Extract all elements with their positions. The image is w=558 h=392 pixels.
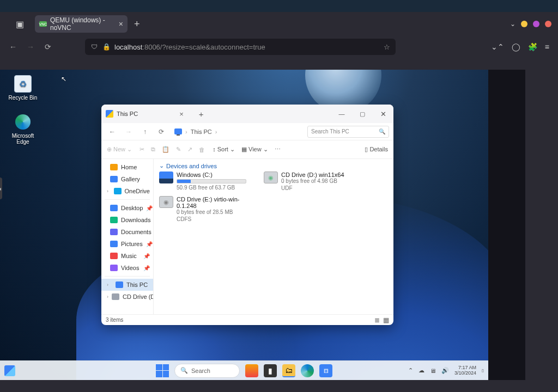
explorer-tab-close-icon[interactable]: × <box>179 110 184 118</box>
menu-icon[interactable]: ≡ <box>545 42 549 51</box>
paste-icon[interactable]: 📋 <box>162 146 169 153</box>
thispc-icon <box>174 128 182 134</box>
sidebar-item-onedrive[interactable]: ›OneDrive <box>101 185 153 197</box>
tray-notifications-icon[interactable]: ▯ <box>482 369 484 373</box>
sidebar-toggle-icon[interactable]: ▣ <box>14 19 25 29</box>
file-explorer-window[interactable]: This PC × + — ▢ ✕ ← → ↑ ⟳ <box>101 105 393 325</box>
breadcrumb-segment[interactable]: This PC <box>191 128 212 135</box>
breadcrumb[interactable]: › This PC › <box>174 128 304 135</box>
explorer-sidebar: Home Gallery ›OneDrive Desktop📌 Download… <box>101 159 154 314</box>
thispc-icon <box>106 110 113 118</box>
view-list-icon[interactable]: ≣ <box>374 316 380 324</box>
browser-window: ▣ VNC QEMU (windows) - noVNC × + ⌄ ← → ⟳… <box>0 12 558 392</box>
search-placeholder: Search <box>191 367 210 374</box>
new-button[interactable]: ⊕ New ⌄ <box>107 146 132 153</box>
explorer-new-tab-button[interactable]: + <box>199 109 204 119</box>
more-button[interactable]: ⋯ <box>275 146 281 153</box>
tray-display-icon[interactable]: 🖥 <box>430 367 436 374</box>
widgets-button[interactable] <box>4 365 15 376</box>
taskbar-taskview[interactable] <box>245 364 258 377</box>
nav-forward-button[interactable]: → <box>23 39 38 54</box>
sort-button[interactable]: ↕ Sort ⌄ <box>213 146 235 153</box>
cut-icon[interactable]: ✂ <box>140 146 144 153</box>
window-minimize-button[interactable]: — <box>331 105 352 123</box>
drive-item[interactable]: CD Drive (D:) win11x64 0 bytes free of 4… <box>264 171 360 192</box>
tray-onedrive-icon[interactable]: ☁ <box>418 367 424 374</box>
tray-network-icon[interactable]: 🔊 <box>441 367 449 374</box>
view-button[interactable]: ▦ View ⌄ <box>241 146 268 153</box>
window-close-button[interactable]: ✕ <box>373 105 393 123</box>
sidebar-item-videos[interactable]: Videos📌 <box>101 262 153 274</box>
explorer-refresh-button[interactable]: ⟳ <box>155 125 168 138</box>
taskbar[interactable]: 🔍 Search ▮ 🗂 ⧈ ⌃ ☁ 🖥 🔊 7:17 AM <box>0 360 488 380</box>
tray-clock[interactable]: 7:17 AM 3/10/2024 <box>454 365 476 376</box>
explorer-up-button[interactable]: ↑ <box>138 125 151 138</box>
desktop-recycle-bin[interactable]: Recycle Bin <box>5 75 40 101</box>
sidebar-item-gallery[interactable]: Gallery <box>101 173 153 185</box>
explorer-titlebar[interactable]: This PC × + — ▢ ✕ <box>101 105 393 123</box>
pocket-icon[interactable]: ⌄⌃ <box>491 42 504 51</box>
share-icon[interactable]: ↗ <box>187 146 192 153</box>
window-minimize-dot[interactable] <box>521 21 527 27</box>
browser-tab[interactable]: VNC QEMU (windows) - noVNC × <box>35 15 128 33</box>
drive-meta: 0 bytes free of 28.5 MB <box>177 209 255 216</box>
explorer-statusbar: 3 items ≣ ▦ <box>101 314 393 325</box>
tray-chevron-icon[interactable]: ⌃ <box>408 367 413 374</box>
taskbar-explorer-active[interactable]: 🗂 <box>282 364 295 377</box>
tabs-overflow-icon[interactable]: ⌄ <box>510 20 515 28</box>
account-icon[interactable]: ◯ <box>512 42 520 51</box>
taskbar-edge[interactable] <box>301 364 314 377</box>
section-header[interactable]: ⌄ Devices and drives <box>159 162 388 169</box>
desktop-icon-label: Recycle Bin <box>5 95 40 101</box>
explorer-back-button[interactable]: ← <box>106 125 119 138</box>
tabbar-right: ⌄ <box>510 20 551 28</box>
shield-icon[interactable]: 🛡 <box>90 43 98 51</box>
window-maximize-button[interactable]: ▢ <box>352 105 373 123</box>
sidebar-item-documents[interactable]: Documents📌 <box>101 226 153 238</box>
tab-title: QEMU (windows) - noVNC <box>50 16 119 32</box>
system-tray[interactable]: ⌃ ☁ 🖥 🔊 7:17 AM 3/10/2024 ▯ <box>408 365 484 376</box>
copy-icon[interactable]: ⧉ <box>151 146 155 153</box>
sidebar-item-desktop[interactable]: Desktop📌 <box>101 202 153 214</box>
sidebar-item-thispc[interactable]: ›This PC <box>101 279 153 291</box>
rename-icon[interactable]: ✎ <box>176 146 181 153</box>
drive-meta: 0 bytes free of 4.98 GB <box>281 178 360 185</box>
sidebar-item-cddrive[interactable]: ›CD Drive (D:) wi <box>101 291 153 303</box>
search-icon: 🔍 <box>379 128 385 134</box>
window-maximize-dot[interactable] <box>533 21 539 27</box>
taskbar-search[interactable]: 🔍 Search <box>174 364 240 378</box>
details-pane-button[interactable]: ▯ Details <box>365 146 388 153</box>
desktop-edge[interactable]: Microsoft Edge <box>5 113 40 145</box>
nav-back-button[interactable]: ← <box>5 39 21 54</box>
delete-icon[interactable]: 🗑 <box>199 146 205 153</box>
window-close-dot[interactable] <box>545 21 551 27</box>
sidebar-item-pictures[interactable]: Pictures📌 <box>101 238 153 250</box>
view-grid-icon[interactable]: ▦ <box>383 316 389 324</box>
nav-reload-button[interactable]: ⟳ <box>40 39 56 54</box>
taskbar-explorer[interactable]: ▮ <box>264 364 277 377</box>
drive-name: CD Drive (D:) win11x64 <box>281 171 360 178</box>
explorer-forward-button[interactable]: → <box>122 125 135 138</box>
drive-item[interactable]: CD Drive (E:) virtio-win-0.1.248 0 bytes… <box>159 196 255 223</box>
explorer-toolbar: ⊕ New ⌄ ✂ ⧉ 📋 ✎ ↗ 🗑 ↕ Sort ⌄ ▦ View ⌄ ⋯ <box>101 140 393 159</box>
drive-icon <box>159 196 173 208</box>
tab-close-icon[interactable]: × <box>119 20 123 28</box>
novnc-handle[interactable]: ◂ <box>0 177 2 199</box>
drive-item[interactable]: Windows (C:) 50.9 GB free of 63.7 GB <box>159 171 255 192</box>
edge-icon <box>14 113 32 131</box>
bookmark-star-icon[interactable]: ☆ <box>384 43 390 51</box>
explorer-content[interactable]: ⌄ Devices and drives Windows (C:) 50.9 G… <box>154 159 393 314</box>
start-button[interactable] <box>156 364 169 377</box>
vnc-viewport[interactable]: ◂ Recycle Bin Microsoft Edge ↖ This PC × <box>0 70 525 380</box>
sidebar-item-downloads[interactable]: Downloads📌 <box>101 214 153 226</box>
lock-icon[interactable]: 🔒 <box>102 43 110 51</box>
extensions-icon[interactable]: 🧩 <box>528 42 537 51</box>
explorer-search-input[interactable]: Search This PC 🔍 <box>307 126 389 138</box>
sidebar-item-home[interactable]: Home <box>101 161 153 173</box>
url-text: localhost:8006/?resize=scale&autoconnect… <box>114 43 265 51</box>
sidebar-item-music[interactable]: Music📌 <box>101 250 153 262</box>
desktop-icon-label: Microsoft Edge <box>5 133 40 145</box>
new-tab-button[interactable]: + <box>134 19 140 30</box>
address-bar[interactable]: 🛡 🔒 localhost:8006/?resize=scale&autocon… <box>85 39 396 55</box>
taskbar-store[interactable]: ⧈ <box>319 364 332 377</box>
